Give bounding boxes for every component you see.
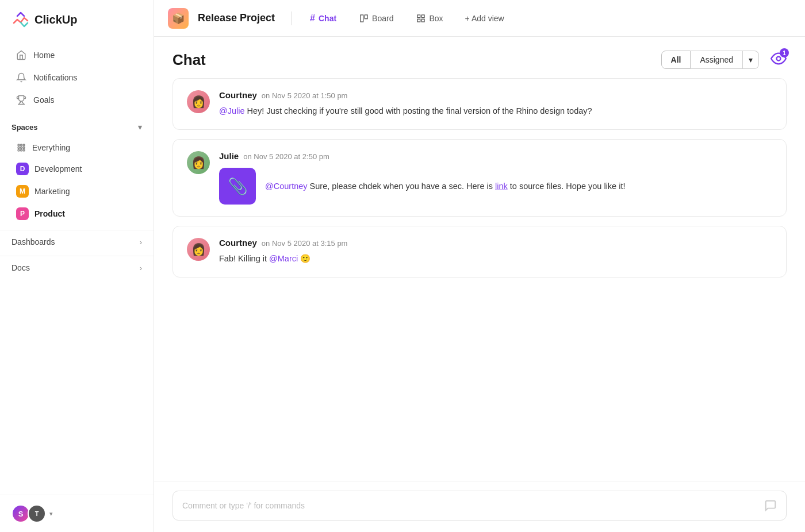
sidebar-nav: Home Notifications Goals: [0, 39, 154, 116]
home-icon: [16, 50, 26, 60]
message-3-meta: Courtney on Nov 5 2020 at 3:15 pm: [219, 238, 772, 248]
logo-text: ClickUp: [34, 13, 77, 26]
svg-point-7: [21, 149, 22, 151]
svg-point-5: [23, 147, 25, 149]
comment-area: Comment or type '/' for commands: [154, 481, 805, 532]
mention-courtney[interactable]: @Courtney: [265, 182, 308, 191]
sidebar-item-notifications[interactable]: Notifications: [5, 67, 149, 88]
svg-point-1: [21, 144, 22, 146]
message-2-author: Julie: [219, 151, 239, 161]
sidebar-item-everything-label: Everything: [32, 143, 70, 152]
board-icon: [359, 14, 369, 23]
comment-input-wrap: Comment or type '/' for commands: [172, 491, 787, 521]
svg-rect-11: [417, 15, 420, 18]
message-3-text: Fab! Killing it @Marci 🙂: [219, 252, 772, 265]
marketing-badge: M: [16, 185, 29, 198]
avatar-courtney-2: 👩: [187, 238, 210, 261]
tab-chat-label: Chat: [319, 14, 336, 23]
sidebar-item-home-label: Home: [33, 51, 55, 60]
svg-point-2: [23, 144, 25, 146]
message-2-text: @Courtney Sure, please chdek when you ha…: [265, 168, 625, 205]
watch-button[interactable]: 1: [770, 51, 787, 69]
mention-julie[interactable]: @Julie: [219, 106, 245, 115]
spaces-label: Spaces: [12, 123, 38, 132]
avatar-t[interactable]: T: [28, 504, 46, 523]
dashboards-chevron-icon: ›: [140, 238, 142, 246]
chat-panel: Chat All Assigned ▾ 1: [154, 37, 805, 532]
sidebar-item-everything[interactable]: Everything: [5, 138, 149, 157]
project-title: Release Project: [198, 12, 275, 24]
filter-all-button[interactable]: All: [661, 51, 691, 69]
sidebar-item-development-label: Development: [34, 164, 82, 174]
attachment-icon[interactable]: 📎: [219, 168, 256, 205]
filter-chevron-icon: ▾: [749, 55, 753, 64]
message-1-body: Courtney on Nov 5 2020 at 1:50 pm @Julie…: [219, 90, 772, 118]
sidebar-item-marketing[interactable]: M Marketing: [5, 180, 149, 202]
topbar-divider: [291, 11, 292, 25]
project-icon: 📦: [168, 8, 189, 29]
filter-chevron-button[interactable]: ▾: [743, 51, 759, 69]
message-2-time: on Nov 5 2020 at 2:50 pm: [243, 152, 329, 161]
main-content: 📦 Release Project # Chat Board Box + Add…: [154, 0, 805, 532]
bell-icon: [16, 72, 26, 83]
sidebar-item-dashboards[interactable]: Dashboards ›: [0, 230, 154, 253]
message-2-meta: Julie on Nov 5 2020 at 2:50 pm: [219, 151, 772, 161]
sidebar-item-marketing-label: Marketing: [34, 187, 70, 196]
tab-box[interactable]: Box: [409, 10, 450, 26]
avatar-julie: 👩: [187, 151, 210, 174]
product-badge: P: [16, 207, 29, 220]
spaces-header[interactable]: Spaces ▾: [0, 116, 154, 135]
chat-filter-group: All Assigned ▾: [661, 51, 759, 69]
sidebar-item-goals[interactable]: Goals: [5, 89, 149, 111]
messages-area: 👩 Courtney on Nov 5 2020 at 1:50 pm @Jul…: [154, 78, 805, 481]
chat-header: Chat All Assigned ▾ 1: [154, 37, 805, 78]
svg-point-8: [23, 149, 25, 151]
svg-point-0: [18, 144, 20, 146]
mention-marci[interactable]: @Marci: [269, 254, 298, 263]
chat-title: Chat: [172, 51, 206, 69]
message-1: 👩 Courtney on Nov 5 2020 at 1:50 pm @Jul…: [172, 78, 787, 130]
watch-badge: 1: [780, 48, 789, 57]
tab-box-label: Box: [429, 14, 443, 23]
tab-board-label: Board: [372, 14, 393, 23]
message-3-body: Courtney on Nov 5 2020 at 3:15 pm Fab! K…: [219, 238, 772, 265]
footer-chevron-icon[interactable]: ▾: [49, 510, 53, 518]
spaces-chevron-icon: ▾: [138, 123, 142, 132]
message-1-text: @Julie Hey! Just checking if you're stil…: [219, 105, 772, 118]
everything-icon: [16, 142, 26, 153]
sidebar: ClickUp Home Notifications Goals Spaces …: [0, 0, 154, 532]
add-view-button[interactable]: + Add view: [459, 10, 510, 26]
sidebar-item-home[interactable]: Home: [5, 44, 149, 66]
sidebar-logo[interactable]: ClickUp: [0, 0, 154, 39]
svg-rect-10: [365, 15, 367, 19]
docs-chevron-icon: ›: [140, 264, 142, 272]
svg-rect-9: [361, 15, 363, 22]
sidebar-item-product-label: Product: [34, 209, 65, 218]
sidebar-item-docs[interactable]: Docs ›: [0, 256, 154, 279]
spaces-list: Everything D Development M Marketing P: [0, 135, 154, 228]
sidebar-item-product[interactable]: P Product: [5, 203, 149, 225]
trophy-icon: [16, 95, 26, 105]
message-2-attachment-row: 📎 @Courtney Sure, please chdek when you …: [219, 168, 772, 205]
message-1-time: on Nov 5 2020 at 1:50 pm: [262, 91, 348, 100]
box-icon: [416, 14, 425, 23]
filter-assigned-button[interactable]: Assigned: [691, 51, 743, 69]
comment-icon: [764, 499, 777, 512]
svg-point-3: [18, 147, 20, 149]
sidebar-item-development[interactable]: D Development: [5, 158, 149, 180]
message-2: 👩 Julie on Nov 5 2020 at 2:50 pm 📎 @Cour…: [172, 139, 787, 217]
sidebar-item-goals-label: Goals: [33, 95, 55, 105]
tab-board[interactable]: Board: [352, 10, 400, 26]
tab-chat[interactable]: # Chat: [303, 10, 343, 27]
svg-point-15: [777, 57, 781, 61]
topbar: 📦 Release Project # Chat Board Box + Add…: [154, 0, 805, 37]
message-2-body: Julie on Nov 5 2020 at 2:50 pm 📎 @Courtn…: [219, 151, 772, 205]
svg-point-6: [18, 149, 20, 151]
message-3: 👩 Courtney on Nov 5 2020 at 3:15 pm Fab!…: [172, 226, 787, 277]
development-badge: D: [16, 163, 29, 175]
message-1-text-content: Hey! Just checking if you're still good …: [247, 106, 592, 115]
comment-placeholder: Comment or type '/' for commands: [182, 501, 305, 510]
avatar-courtney-1: 👩: [187, 90, 210, 113]
message-3-time: on Nov 5 2020 at 3:15 pm: [262, 239, 348, 248]
link-source-files[interactable]: link: [495, 182, 508, 191]
